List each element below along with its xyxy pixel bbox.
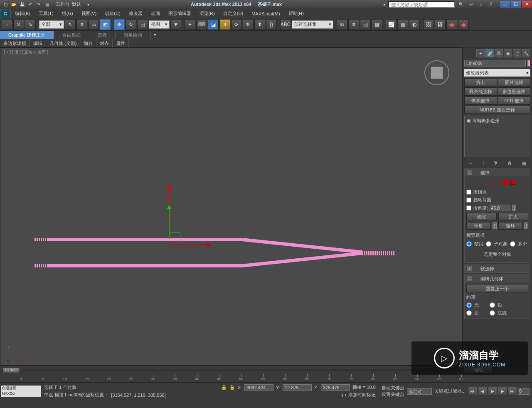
sub-geometry[interactable]: 几何体 (全部) (46, 39, 80, 47)
named-sel-icon[interactable]: ABC (280, 19, 291, 30)
loop-button[interactable]: 循环 (498, 222, 523, 230)
viewport[interactable]: [ + ] [ 顶 ] [ 真实 + 边面 ] x y x z (0, 47, 462, 366)
rotate-icon[interactable]: ↻ (126, 19, 136, 30)
mirror-icon[interactable]: ⧉ (337, 19, 347, 30)
constraint-none-radio[interactable] (466, 302, 472, 308)
select-manip-icon[interactable]: ✦ (185, 19, 195, 30)
ffd-sel-button[interactable]: FFD 选择 (498, 96, 531, 105)
select-region-icon[interactable]: ▭ (88, 19, 99, 30)
modifier-stack[interactable]: ▣可编辑多边形 (464, 116, 530, 157)
edit-geo-header[interactable]: -编辑几何体 (465, 275, 530, 282)
make-unique-icon[interactable]: ∀ (494, 161, 498, 166)
menu-edit[interactable]: 编辑(E) (11, 9, 34, 18)
by-angle-checkbox[interactable] (466, 205, 471, 210)
sub-props[interactable]: 属性 (113, 39, 129, 47)
sub-align[interactable]: 对齐 (96, 39, 113, 47)
prev-frame-icon[interactable]: ◀ (478, 387, 487, 396)
stack-item[interactable]: ▣可编辑多边形 (466, 118, 528, 124)
autokey-button[interactable]: 自动关键点 (382, 385, 404, 391)
nurbs-sel-button[interactable]: NURBS 曲面选择 (464, 106, 530, 114)
ribbon-expand-icon[interactable]: ▾ (151, 31, 159, 39)
menu-maxscript[interactable]: MAXScript(M) (247, 9, 284, 18)
tab-paint[interactable]: 对象绘制 (116, 31, 151, 39)
maximize-button[interactable]: ☐ (510, 1, 521, 8)
soft-sel-header[interactable]: +软选择 (465, 265, 530, 272)
render-frame-icon[interactable]: 🖼 (435, 19, 446, 30)
select-icon[interactable]: ↖ (65, 19, 76, 30)
current-frame-input[interactable]: 0 (518, 388, 530, 395)
element-icon[interactable] (510, 180, 515, 185)
time-tag-icon[interactable]: 🏷 (341, 393, 346, 398)
new-icon[interactable]: ▢ (2, 1, 9, 8)
show-end-icon[interactable]: ⅱ (483, 161, 485, 166)
info-icon[interactable]: ▸ (381, 1, 388, 8)
layer-manager-icon[interactable]: ▦ (372, 19, 382, 30)
tab-graphite[interactable]: Graphite 建模工具 (0, 31, 54, 39)
schematic-icon[interactable]: ▦ (397, 19, 408, 30)
z-coord-input[interactable]: 378.478 (321, 384, 350, 391)
app-menu-icon[interactable]: G (0, 9, 11, 18)
tab-selection[interactable]: 选择 (89, 31, 116, 39)
constraint-edge-radio[interactable] (490, 302, 495, 308)
lock-button[interactable]: 🔓 (229, 385, 235, 390)
extrude-button[interactable]: 挤出 (464, 78, 497, 87)
grow-button[interactable]: 扩大 (498, 213, 529, 220)
modifier-list-select[interactable]: 修改器列表▾ (464, 69, 530, 77)
snap-toggle-icon[interactable]: ◪ (208, 19, 219, 30)
star-icon[interactable]: ☆ (477, 1, 485, 8)
window-crossing-icon[interactable]: ◩ (100, 19, 111, 30)
sub-subdiv[interactable]: 细分 (80, 39, 96, 47)
edge-icon[interactable]: ╱ (488, 180, 491, 186)
named-selection-set[interactable]: 创建选择集▾ (292, 20, 333, 29)
polygon-icon[interactable] (503, 180, 508, 185)
edit-named-sel-icon[interactable]: {} (266, 19, 277, 30)
play-icon[interactable]: ▶ (488, 387, 497, 396)
tab-freeform[interactable]: 自由形式 (54, 31, 89, 39)
time-track[interactable] (22, 369, 460, 371)
selection-filter[interactable]: 全部▾ (39, 20, 64, 29)
save-icon[interactable]: 💾 (18, 1, 26, 8)
ignore-back-checkbox[interactable] (466, 198, 471, 203)
repeat-button[interactable]: 重复上一个 (466, 285, 528, 292)
preview-disable-radio[interactable] (466, 241, 472, 247)
vertex-icon[interactable]: ⋮ (480, 180, 485, 186)
ref-coord-select[interactable]: 视图▾ (149, 20, 170, 29)
keyfilter-button[interactable]: 关键点过滤器... (434, 388, 466, 394)
ring-button[interactable]: 环形 (466, 222, 491, 230)
menu-grapheditors[interactable]: 图形编辑器 (164, 9, 195, 18)
by-vertex-checkbox[interactable] (466, 190, 471, 195)
open-icon[interactable]: 📂 (10, 1, 17, 8)
pin-stack-icon[interactable]: ⊣ (468, 161, 473, 166)
menu-views[interactable]: 视图(V) (77, 9, 101, 18)
layers-icon[interactable]: ▤ (360, 19, 371, 30)
workspace-label[interactable]: 工作台: 默认 (52, 1, 84, 7)
unlink-icon[interactable]: ⤫ (13, 19, 24, 30)
viewcube[interactable] (424, 60, 449, 85)
add-time-tag[interactable]: 添加时间标记 (348, 392, 376, 398)
snap-3d-icon[interactable]: 3 (219, 19, 230, 30)
setkey-button[interactable]: 设置关键点 (382, 391, 404, 398)
pivot-icon[interactable]: ▼ (170, 19, 181, 30)
shrink-button[interactable]: 收缩 (466, 213, 497, 220)
object-name-input[interactable] (464, 60, 526, 67)
constraint-face-radio[interactable] (466, 310, 472, 316)
help-icon[interactable]: ? (487, 1, 495, 8)
object-color-swatch[interactable] (527, 60, 530, 67)
preview-multi-radio[interactable] (510, 241, 515, 247)
y-coord-input[interactable]: 12.875 (283, 384, 312, 391)
project-icon[interactable]: ▤ (43, 1, 51, 8)
menu-modifiers[interactable]: 修改器 (125, 9, 147, 18)
spinner-snap-icon[interactable]: ⬍ (254, 19, 265, 30)
menu-group[interactable]: 组(G) (58, 9, 77, 18)
menu-customize[interactable]: 自定义(U) (219, 9, 247, 18)
motion-tab-icon[interactable]: ◉ (504, 49, 512, 57)
configure-icon[interactable]: ▤ (522, 161, 526, 166)
utilities-tab-icon[interactable]: 🔧 (522, 49, 530, 57)
angle-spinner[interactable]: 45.0 (490, 205, 510, 211)
sub-polymodel[interactable]: 多边形建模 (0, 39, 30, 47)
undo-icon[interactable]: ↶ (27, 1, 34, 8)
binoculars-icon[interactable]: 🔍 (457, 1, 465, 8)
vol-sel-button[interactable]: 体积选择 (464, 96, 497, 105)
selection-rollup-header[interactable]: -选择 (465, 169, 530, 176)
create-tab-icon[interactable]: ✦ (476, 49, 485, 57)
